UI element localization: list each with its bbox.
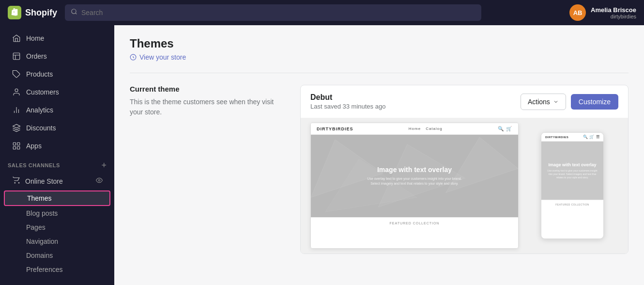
- preview-store-name: DIRTYBIRDIES: [317, 127, 353, 131]
- theme-card-title-area: Debut Last saved 33 minutes ago: [310, 93, 385, 110]
- sub-nav-label-preferences: Preferences: [26, 266, 62, 273]
- view-store-label: View your store: [139, 53, 186, 61]
- sidebar-item-label-orders: Orders: [26, 52, 47, 60]
- search-icon-preview: 🔍: [498, 126, 504, 131]
- sub-nav-label-navigation: Navigation: [26, 238, 58, 245]
- layout: Home Orders Products Cu: [0, 25, 644, 285]
- sidebar-item-online-store[interactable]: Online Store: [4, 172, 110, 190]
- online-store-label: Online Store: [25, 177, 63, 185]
- current-theme-label: Current theme: [130, 85, 285, 93]
- preview-nav: DIRTYBIRDIES Home Catalog 🔍 🛒: [311, 123, 518, 135]
- cart-icon-preview: 🛒: [506, 126, 512, 131]
- sales-channels-header: SALES CHANNELS +: [0, 155, 114, 172]
- shopify-logo[interactable]: Shopify: [8, 6, 57, 19]
- sales-channels-label: SALES CHANNELS: [8, 162, 60, 168]
- preview-nav-home: Home: [409, 127, 421, 131]
- sidebar-item-label-products: Products: [26, 70, 53, 78]
- current-theme-info: Current theme This is the theme customer…: [130, 85, 285, 254]
- actions-label: Actions: [528, 98, 550, 106]
- mobile-search-icon: 🔍: [583, 135, 588, 139]
- current-theme-desc: This is the theme customers see when the…: [130, 97, 285, 117]
- orders-icon: [12, 51, 21, 61]
- sidebar-item-customers[interactable]: Customers: [4, 83, 110, 101]
- preview-mobile-title: Image with text overlay: [548, 162, 596, 167]
- preview-nav-catalog: Catalog: [426, 127, 443, 131]
- sidebar-item-label-apps: Apps: [26, 142, 42, 150]
- actions-button[interactable]: Actions: [521, 94, 566, 110]
- avatar: AB: [569, 4, 586, 21]
- view-store-link[interactable]: View your store: [130, 53, 629, 61]
- current-theme-section: Current theme This is the theme customer…: [130, 85, 629, 254]
- theme-card-title: Debut: [310, 93, 385, 102]
- page-header: Themes View your store: [130, 37, 629, 61]
- home-icon: [12, 33, 21, 43]
- eye-icon[interactable]: [96, 177, 103, 185]
- search-icon: [71, 8, 77, 17]
- preview-nav-icons: 🔍 🛒: [498, 126, 512, 131]
- svg-point-13: [98, 179, 100, 181]
- section-divider: [130, 73, 629, 73]
- user-area: AB Amelia Briscoe dirtybirdies: [569, 4, 636, 21]
- customers-icon: [12, 87, 21, 97]
- svg-rect-7: [13, 142, 15, 145]
- preview-desktop: DIRTYBIRDIES Home Catalog 🔍 🛒: [310, 123, 519, 249]
- preview-mobile-icons: 🔍 🛒 ☰: [583, 135, 600, 139]
- sub-nav-item-domains[interactable]: Domains: [4, 249, 110, 262]
- svg-point-0: [72, 9, 76, 14]
- user-name: Amelia Briscoe: [591, 6, 636, 14]
- products-icon: [12, 69, 21, 79]
- theme-card-actions: Actions Customize: [521, 94, 618, 110]
- online-store-icon: [12, 176, 20, 186]
- mobile-menu-icon: ☰: [596, 135, 600, 139]
- search-input[interactable]: [81, 9, 475, 16]
- sub-nav-item-blog-posts[interactable]: Blog posts: [4, 206, 110, 220]
- add-channel-button[interactable]: +: [101, 161, 107, 170]
- topbar: Shopify AB Amelia Briscoe dirtybirdies: [0, 0, 644, 25]
- sidebar-item-label-analytics: Analytics: [26, 106, 53, 114]
- sidebar-item-products[interactable]: Products: [4, 65, 110, 83]
- sidebar-item-home[interactable]: Home: [4, 30, 110, 47]
- theme-card-subtitle: Last saved 33 minutes ago: [310, 103, 385, 110]
- sub-nav-item-themes[interactable]: Themes: [4, 190, 110, 206]
- sidebar-item-orders[interactable]: Orders: [4, 48, 110, 65]
- sub-nav-label-blog-posts: Blog posts: [26, 209, 58, 217]
- theme-preview-area: DIRTYBIRDIES Home Catalog 🔍 🛒: [301, 118, 628, 253]
- apps-icon: [12, 141, 21, 151]
- sidebar-nav: Home Orders Products Cu: [0, 25, 114, 285]
- customize-button[interactable]: Customize: [571, 94, 618, 110]
- theme-preview-card: Debut Last saved 33 minutes ago Actions …: [300, 85, 629, 254]
- sidebar-item-label-customers: Customers: [26, 88, 59, 96]
- preview-mobile-featured-label: FEATURED COLLECTION: [541, 200, 603, 209]
- svg-point-3: [15, 89, 18, 92]
- sub-nav-item-pages[interactable]: Pages: [4, 221, 110, 234]
- mobile-cart-icon: 🛒: [589, 135, 595, 139]
- shopify-logo-icon: [8, 6, 21, 19]
- sidebar-item-label-discounts: Discounts: [26, 124, 56, 132]
- shopify-wordmark: Shopify: [25, 8, 57, 18]
- search-bar[interactable]: [65, 4, 481, 21]
- sub-nav-item-preferences[interactable]: Preferences: [4, 263, 110, 276]
- preview-nav-links: Home Catalog: [409, 127, 443, 131]
- sub-nav-label-domains: Domains: [26, 252, 53, 259]
- analytics-icon: [12, 105, 21, 115]
- svg-rect-8: [17, 142, 20, 145]
- sidebar-item-discounts[interactable]: Discounts: [4, 119, 110, 137]
- sidebar-item-analytics[interactable]: Analytics: [4, 101, 110, 119]
- preview-mobile-text: Use overlay text to give your customers …: [545, 169, 599, 179]
- preview-mobile-store-name: DIRTYBIRDIES: [545, 136, 568, 139]
- theme-card-header: Debut Last saved 33 minutes ago Actions …: [301, 85, 628, 118]
- svg-rect-9: [13, 147, 15, 149]
- svg-rect-1: [13, 53, 20, 60]
- svg-marker-17: [446, 137, 518, 192]
- sub-nav-item-navigation[interactable]: Navigation: [4, 235, 110, 248]
- user-store: dirtybirdies: [591, 14, 636, 19]
- sub-nav: Themes Blog posts Pages Navigation Domai…: [0, 190, 114, 276]
- sidebar: Home Orders Products Cu: [0, 25, 114, 285]
- svg-point-12: [18, 183, 19, 184]
- preview-mobile-nav: DIRTYBIRDIES 🔍 🛒 ☰: [541, 133, 603, 142]
- preview-mobile-hero: Image with text overlay Use overlay text…: [541, 142, 603, 200]
- sidebar-item-apps[interactable]: Apps: [4, 137, 110, 155]
- preview-mobile: DIRTYBIRDIES 🔍 🛒 ☰ Image with text overl…: [541, 132, 604, 239]
- discounts-icon: [12, 123, 21, 133]
- main-content: Themes View your store Current theme Thi…: [114, 25, 644, 285]
